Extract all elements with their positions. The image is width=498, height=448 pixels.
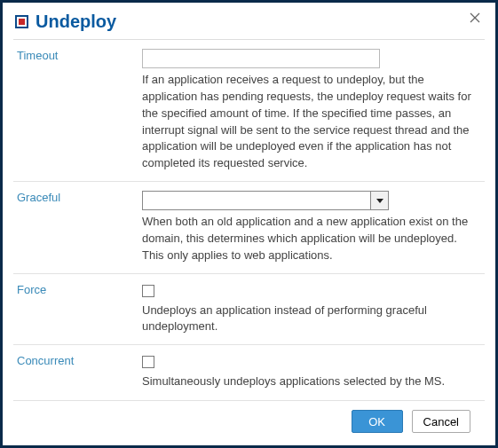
ok-button[interactable]: OK <box>352 410 403 433</box>
chevron-down-icon <box>376 199 383 203</box>
row-timeout: Timeout If an application receives a req… <box>13 40 485 182</box>
concurrent-checkbox[interactable] <box>142 356 154 368</box>
force-label: Force <box>17 283 46 296</box>
form-content: Timeout If an application receives a req… <box>3 40 495 400</box>
graceful-desc: When both an old application and a new a… <box>142 214 479 264</box>
cancel-button[interactable]: Cancel <box>412 410 470 433</box>
row-graceful: Graceful When both an old application an… <box>13 182 485 274</box>
graceful-select[interactable] <box>142 191 389 210</box>
dialog-titlebar: Undeploy <box>3 3 495 39</box>
dialog-title: Undeploy <box>36 12 116 32</box>
force-desc: Undeploys an application instead of perf… <box>142 303 479 336</box>
row-force: Force Undeploys an application instead o… <box>13 274 485 346</box>
concurrent-desc: Simultaneously undeploys applications se… <box>142 373 479 390</box>
close-icon[interactable] <box>467 12 483 28</box>
force-checkbox[interactable] <box>142 285 154 297</box>
button-bar: OK Cancel <box>13 400 485 445</box>
undeploy-icon <box>15 15 28 28</box>
graceful-select-value <box>143 192 370 209</box>
graceful-select-button[interactable] <box>370 192 388 209</box>
timeout-desc: If an application receives a request to … <box>142 72 479 172</box>
row-concurrent: Concurrent Simultaneously undeploys appl… <box>13 345 485 399</box>
timeout-input[interactable] <box>142 49 380 68</box>
graceful-label: Graceful <box>17 191 60 204</box>
timeout-label: Timeout <box>17 49 58 62</box>
concurrent-label: Concurrent <box>17 354 74 367</box>
